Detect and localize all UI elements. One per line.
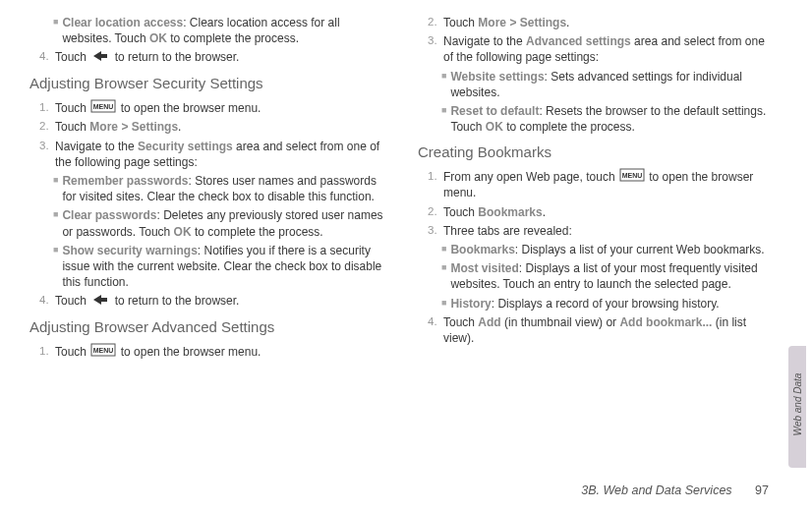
- left-column: ■ Clear location access: Clears location…: [29, 12, 388, 464]
- step-body: Touch Add (in thumbnail view) or Add boo…: [443, 314, 777, 346]
- settings-label: Settings: [520, 16, 566, 29]
- bm-step4: 4. Touch Add (in thumbnail view) or Add …: [428, 314, 777, 346]
- sec-step1: 1. Touch MENU to open the browser menu.: [39, 100, 388, 117]
- sec-step4: 4. Touch to return to the browser.: [39, 293, 388, 310]
- dot: .: [543, 205, 546, 219]
- label: History: [450, 297, 491, 311]
- step-body: Touch MENU to open the browser menu.: [55, 344, 388, 361]
- step-num: 2.: [428, 15, 443, 30]
- bullet-icon: ■: [441, 103, 446, 135]
- heading-advanced: Adjusting Browser Advanced Settings: [29, 317, 388, 337]
- text: Navigate to the: [443, 34, 526, 48]
- ok-label: OK: [149, 31, 167, 45]
- step-num: 4.: [39, 293, 55, 310]
- more-label: More: [89, 120, 118, 134]
- adv-step3: 3. Navigate to the Advanced settings are…: [428, 33, 777, 65]
- text: Touch: [443, 205, 478, 219]
- bullet-website-settings: ■ Website settings: Sets advanced settin…: [441, 69, 777, 100]
- dot: .: [178, 120, 181, 134]
- sec-step3: 3. Navigate to the Security settings are…: [39, 139, 388, 170]
- back-icon: [91, 50, 109, 66]
- label: Reset to default: [450, 104, 539, 118]
- bullet-body: Bookmarks: Displays a list of your curre…: [450, 242, 777, 257]
- step-num: 4.: [39, 49, 55, 66]
- svg-text:MENU: MENU: [622, 172, 643, 179]
- bullet-clear-location: ■ Clear location access: Clears location…: [53, 15, 388, 46]
- svg-text:MENU: MENU: [93, 103, 114, 110]
- step-num: 3.: [39, 139, 55, 170]
- label: Show security warnings: [62, 244, 197, 257]
- bullet-icon: ■: [441, 69, 446, 100]
- text2: to complete the process.: [192, 225, 323, 239]
- text: Touch: [55, 120, 89, 134]
- step-num: 2.: [39, 119, 55, 135]
- ok-label: OK: [486, 120, 503, 134]
- text2: to return to the browser.: [115, 294, 240, 308]
- step-body: From any open Web page, touch MENU to op…: [443, 169, 777, 201]
- step-body: Navigate to the Advanced settings area a…: [443, 33, 777, 65]
- side-tab-label: Web and Data: [792, 367, 803, 443]
- adv-step2: 2. Touch More > Settings.: [428, 15, 777, 30]
- bm-step2: 2. Touch Bookmarks.: [428, 204, 777, 220]
- bullet-most-visited: ■ Most visited: Displays a list of your …: [441, 260, 777, 292]
- page-footer: 3B. Web and Data Services 97: [581, 483, 769, 497]
- label: Remember passwords: [62, 174, 188, 188]
- text: Three tabs are revealed:: [443, 224, 572, 238]
- bullet-icon: ■: [53, 243, 58, 291]
- bullet-body: Most visited: Displays a list of your mo…: [450, 260, 777, 292]
- step-body: Touch More > Settings.: [443, 15, 777, 30]
- bullet-body: Clear location access: Clears location a…: [62, 15, 388, 46]
- bullet-body: Remember passwords: Stores user names an…: [62, 173, 388, 204]
- add-label: Add: [478, 315, 500, 329]
- bullet-security-warnings: ■ Show security warnings: Notifies you i…: [53, 243, 388, 291]
- label: Clear location access: [62, 16, 183, 29]
- text2: to open the browser menu.: [121, 101, 261, 115]
- text: Touch: [55, 294, 89, 308]
- back-icon: [91, 294, 109, 310]
- bullet-body: History: Displays a record of your brows…: [450, 296, 777, 312]
- bookmarks-label: Bookmarks: [478, 205, 542, 219]
- ok-label: OK: [174, 225, 192, 239]
- side-tab: Web and Data: [788, 346, 806, 468]
- text: Touch: [55, 50, 89, 64]
- bullet-body: Show security warnings: Notifies you if …: [62, 243, 388, 291]
- gt-icon: >: [509, 16, 519, 29]
- title: Advanced settings: [526, 34, 631, 48]
- bullet-bookmarks-tab: ■ Bookmarks: Displays a list of your cur…: [441, 242, 777, 257]
- menu-icon: MENU: [91, 100, 115, 116]
- bullet-body: Clear passwords: Deletes any previously …: [62, 207, 388, 239]
- text: : Displays a list of your current Web bo…: [515, 243, 765, 256]
- svg-text:MENU: MENU: [93, 347, 114, 354]
- text: : Displays a record of your browsing his…: [492, 297, 720, 311]
- step-4-return: 4. Touch to return to the browser.: [39, 49, 388, 66]
- text2: to complete the process.: [503, 120, 635, 134]
- step-num: 1.: [428, 169, 443, 201]
- bullet-icon: ■: [53, 173, 58, 204]
- step-body: Touch to return to the browser.: [55, 49, 388, 66]
- bullet-icon: ■: [53, 15, 58, 46]
- heading-security: Adjusting Browser Security Settings: [29, 74, 388, 93]
- step-num: 1.: [39, 344, 55, 361]
- bm-step3: 3. Three tabs are revealed:: [428, 223, 777, 239]
- label: Clear passwords: [62, 208, 156, 222]
- label: Bookmarks: [450, 243, 514, 256]
- bullet-clear-passwords: ■ Clear passwords: Deletes any previousl…: [53, 207, 388, 239]
- section-title: 3B. Web and Data Services: [581, 483, 731, 497]
- heading-bookmarks: Creating Bookmarks: [418, 142, 777, 162]
- text: Navigate to the: [55, 140, 138, 153]
- step-num: 3.: [428, 223, 443, 239]
- bullet-remember-passwords: ■ Remember passwords: Stores user names …: [53, 173, 388, 204]
- text2: to return to the browser.: [115, 50, 240, 64]
- text: Touch: [55, 345, 89, 359]
- bullet-history: ■ History: Displays a record of your bro…: [441, 296, 777, 312]
- label: Website settings: [450, 70, 544, 84]
- more-label: More: [478, 16, 506, 29]
- text: From any open Web page, touch: [443, 170, 618, 184]
- gt-icon: >: [121, 120, 131, 134]
- step-body: Touch MENU to open the browser menu.: [55, 100, 388, 117]
- bullet-icon: ■: [441, 242, 446, 257]
- dot: .: [566, 16, 569, 29]
- page-number: 97: [755, 483, 769, 497]
- add-bookmark-label: Add bookmark...: [619, 315, 712, 329]
- step-body: Navigate to the Security settings area a…: [55, 139, 388, 170]
